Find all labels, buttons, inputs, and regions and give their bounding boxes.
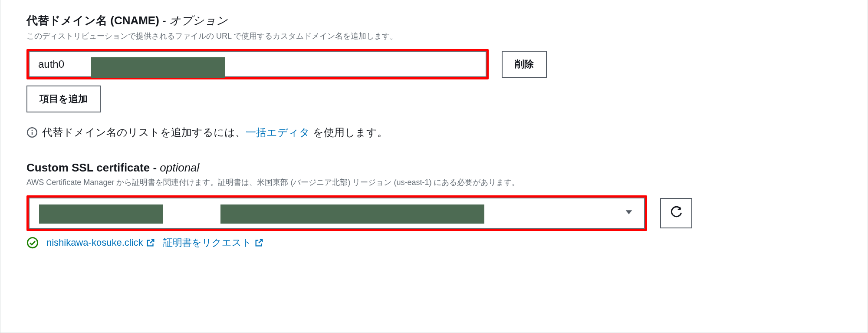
redaction-block	[220, 204, 484, 224]
add-item-row: 項目を追加	[26, 86, 842, 112]
svg-point-2	[32, 130, 33, 131]
ssl-title: Custom SSL certificate - optional	[26, 161, 842, 175]
request-certificate-link[interactable]: 証明書をリクエスト	[163, 236, 264, 249]
refresh-button[interactable]	[660, 198, 692, 228]
cname-input-highlight	[26, 49, 489, 79]
request-certificate-text: 証明書をリクエスト	[163, 236, 252, 249]
verified-domain-text: nishikawa-kosuke.click	[46, 237, 143, 248]
delete-button[interactable]: 削除	[502, 51, 547, 78]
ssl-certificate-select[interactable]: click (74 1c)	[29, 198, 645, 229]
external-link-icon	[254, 238, 264, 247]
ssl-title-main: Custom SSL certificate -	[26, 161, 160, 174]
svg-point-3	[27, 237, 37, 247]
settings-panel: 代替ドメイン名 (CNAME) - オプション このディストリビューションで提供…	[0, 0, 868, 333]
cname-info-text: 代替ドメイン名のリストを追加するには、一括エディタ を使用します。	[42, 125, 388, 139]
external-link-icon	[146, 238, 155, 247]
info-icon	[26, 127, 38, 138]
success-check-icon	[26, 237, 39, 249]
cname-description: このディストリビューションで提供されるファイルの URL で使用するカスタムドメ…	[26, 31, 842, 41]
cname-input-wrapper	[29, 51, 487, 77]
ssl-select-row: click (74 1c)	[26, 195, 842, 231]
svg-line-5	[259, 240, 262, 243]
cname-input-row: 削除	[26, 49, 842, 79]
ssl-title-optional: optional	[160, 161, 199, 174]
ssl-section: Custom SSL certificate - optional AWS Ce…	[26, 161, 842, 249]
cname-info-pre: 代替ドメイン名のリストを追加するには、	[42, 126, 246, 138]
cname-info-post: を使用します。	[310, 126, 388, 138]
ssl-status-row: nishikawa-kosuke.click 証明書をリクエスト	[26, 236, 842, 249]
ssl-description: AWS Certificate Manager から証明書を関連付けます。証明書…	[26, 177, 842, 188]
cname-title-optional: オプション	[169, 14, 228, 27]
cname-section: 代替ドメイン名 (CNAME) - オプション このディストリビューションで提供…	[26, 13, 842, 139]
redaction-block	[91, 57, 225, 78]
cname-info-row: 代替ドメイン名のリストを追加するには、一括エディタ を使用します。	[26, 125, 842, 139]
caret-down-icon	[624, 207, 634, 219]
cname-title-main: 代替ドメイン名 (CNAME) -	[26, 14, 169, 27]
refresh-icon	[670, 206, 683, 221]
ssl-select-highlight: click (74 1c)	[26, 195, 647, 231]
svg-line-4	[150, 240, 154, 243]
verified-domain-link[interactable]: nishikawa-kosuke.click	[46, 237, 155, 248]
redaction-block	[39, 204, 163, 224]
add-item-button[interactable]: 項目を追加	[26, 86, 101, 112]
bulk-editor-link[interactable]: 一括エディタ	[246, 126, 310, 138]
cname-title: 代替ドメイン名 (CNAME) - オプション	[26, 13, 842, 28]
